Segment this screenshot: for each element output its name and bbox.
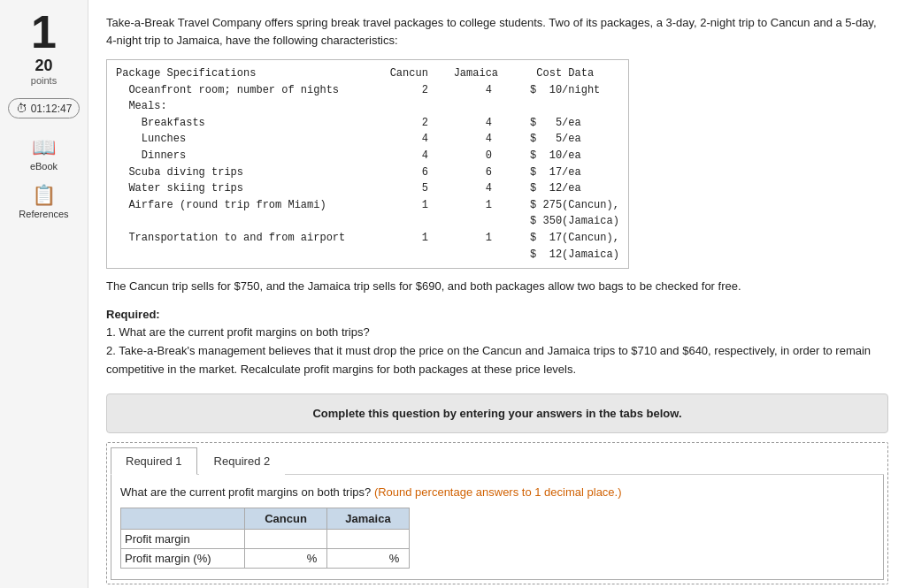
complete-box: Complete this question by entering your … (106, 393, 888, 433)
problem-intro: Take-a-Break Travel Company offers sprin… (106, 14, 888, 49)
book-icon: 📖 (32, 136, 56, 159)
tab1-hint: (Round percentage answers to 1 decimal p… (374, 485, 622, 499)
main-content: Take-a-Break Travel Company offers sprin… (88, 0, 906, 588)
cancun-pct-symbol: % (307, 552, 318, 565)
references-icon: 📋 (32, 184, 56, 207)
points-value: 20 (35, 57, 52, 75)
row-label-profit-margin: Profit margin (121, 529, 245, 548)
cancun-profit-pct-cell: % (245, 548, 327, 568)
table-row: Profit margin (121, 529, 410, 548)
cancun-profit-margin-input[interactable] (250, 532, 321, 546)
jamaica-pct-symbol: % (389, 552, 400, 565)
requirement-2: 2. Take-a-Break's management believes th… (106, 342, 888, 379)
col-header-jamaica: Jamaica (327, 508, 410, 529)
jamaica-profit-margin-cell (327, 529, 410, 548)
required-label: Required: (106, 308, 160, 321)
sidebar: 1 20 points ⏱ 01:12:47 📖 eBook 📋 Referen… (0, 0, 88, 588)
tab1-content: What are the current profit margins on b… (111, 475, 884, 580)
row-label-profit-margin-pct: Profit margin (%) (121, 548, 245, 568)
ebook-label: eBook (30, 161, 58, 172)
table-row: Profit margin (%) % % (121, 548, 410, 568)
tab1-question-text: What are the current profit margins on b… (120, 485, 371, 499)
tab-required2[interactable]: Required 2 (199, 447, 286, 475)
data-table: Package Specifications Cancun Jamaica Co… (106, 59, 629, 269)
additional-text: The Cancun trip sells for $750, and the … (106, 278, 888, 295)
tab-required2-label: Required 2 (214, 454, 271, 468)
timer-box[interactable]: ⏱ 01:12:47 (8, 98, 81, 118)
references-label: References (19, 209, 68, 219)
requirement-1: 1. What are the current profit margins o… (106, 324, 888, 342)
tab1-question: What are the current profit margins on b… (120, 485, 874, 499)
cancun-profit-margin-cell (245, 529, 327, 548)
clock-icon: ⏱ (16, 102, 27, 115)
points-label: points (31, 75, 57, 86)
jamaica-profit-margin-input[interactable] (333, 532, 403, 546)
tab-required1[interactable]: Required 1 (111, 447, 197, 475)
requirements-block: Required: 1. What are the current profit… (106, 306, 888, 379)
complete-box-text: Complete this question by entering your … (312, 407, 681, 420)
answer-table: Cancun Jamaica Profit margin (120, 508, 410, 569)
timer-value: 01:12:47 (31, 103, 73, 115)
col-header-empty (121, 508, 245, 529)
jamaica-profit-pct-input[interactable] (333, 552, 386, 565)
jamaica-profit-pct-cell: % (327, 548, 410, 568)
col-header-cancun: Cancun (245, 508, 327, 529)
question-number: 1 (31, 9, 57, 55)
tabs-bar: Required 1 Required 2 (111, 447, 884, 475)
ebook-button[interactable]: 📖 eBook (30, 136, 58, 172)
cancun-profit-pct-input[interactable] (250, 552, 303, 565)
tabs-wrapper: Required 1 Required 2 What are the curre… (106, 442, 888, 584)
tab-required1-label: Required 1 (126, 454, 182, 468)
references-button[interactable]: 📋 References (19, 184, 68, 219)
